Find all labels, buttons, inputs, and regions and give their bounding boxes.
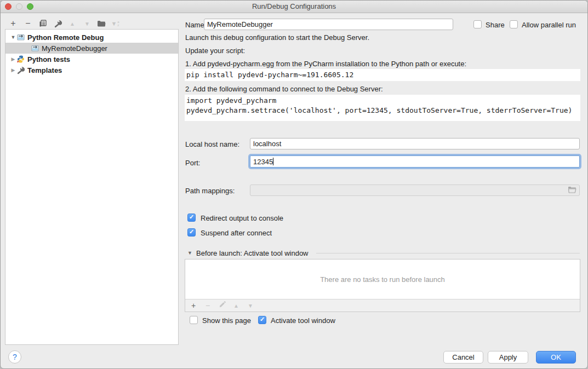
allow-parallel-run-checkbox[interactable] [510, 20, 518, 28]
before-launch-tasks-panel: There are no tasks to run before launch … [185, 259, 580, 312]
templates-wrench-icon [16, 66, 25, 74]
apply-button[interactable]: Apply [488, 351, 528, 364]
sort-alphabetically-icon: ▼az [110, 19, 120, 28]
add-configuration-icon[interactable]: + [8, 19, 18, 28]
share-label: Share [486, 21, 505, 29]
tree-item-myremotedebugger[interactable]: MyRemoteDebugger [5, 43, 178, 54]
tree-item-label: Python Remote Debug [27, 33, 104, 42]
expand-collapse-icon[interactable]: ▶ [10, 67, 16, 73]
before-launch-collapse-icon[interactable]: ▼ [187, 250, 192, 256]
edit-task-pencil-icon [218, 301, 226, 310]
copy-configuration-icon[interactable] [38, 19, 48, 28]
instruction-line-3: 1. Add pydevd-pycharm.egg from the PyCha… [185, 60, 466, 68]
cancel-button[interactable]: Cancel [443, 351, 483, 364]
show-this-page-checkbox[interactable] [190, 316, 198, 324]
remote-debug-config-icon [16, 33, 25, 42]
move-up-icon: ▲ [67, 19, 77, 28]
tree-item-label: Python tests [27, 55, 70, 64]
name-input[interactable] [204, 19, 453, 30]
remote-debug-config-icon [31, 44, 39, 53]
settrace-code-line-2: pydevd_pycharm.settrace('localhost', por… [186, 106, 572, 114]
tree-item-label: Templates [27, 66, 62, 74]
instruction-line-4: 2. Add the following command to connect … [185, 85, 383, 93]
add-task-icon[interactable]: + [190, 301, 197, 310]
path-mappings-label: Path mappings: [185, 187, 235, 195]
settrace-code: import pydevd_pycharmpydevd_pycharm.sett… [185, 95, 580, 121]
port-label: Port: [185, 159, 200, 167]
run-debug-configurations-dialog: Run/Debug Configurations + − ▲ ▼ ▼az ▼ P… [0, 0, 588, 369]
edit-defaults-wrench-icon[interactable] [53, 19, 62, 28]
activate-tool-window-checkbox[interactable] [258, 316, 266, 324]
expand-collapse-icon[interactable]: ▼ [10, 34, 16, 40]
help-button[interactable]: ? [8, 350, 21, 364]
tree-item-label: MyRemoteDebugger [42, 44, 107, 53]
instruction-line-1: Launch this debug configuration to start… [185, 33, 369, 42]
text-cursor [273, 158, 273, 165]
tasks-toolbar: + − ▲ ▼ [185, 299, 580, 312]
local-host-name-label: Local host name: [185, 140, 239, 148]
expand-collapse-icon[interactable]: ▶ [10, 56, 16, 62]
configurations-tree: ▼ Python Remote Debug MyRemoteDebugger ▶… [5, 29, 179, 345]
name-label: Name: [185, 21, 206, 29]
no-tasks-message: There are no tasks to run before launch [185, 260, 580, 299]
path-mappings-input[interactable] [250, 184, 580, 196]
python-tests-icon [16, 55, 25, 64]
share-checkbox[interactable] [473, 20, 482, 28]
show-this-page-label: Show this page [202, 316, 251, 325]
redirect-output-checkbox[interactable] [187, 214, 196, 222]
remove-configuration-icon[interactable]: − [23, 19, 33, 28]
move-task-up-icon: ▲ [232, 303, 240, 309]
ok-button[interactable]: OK [536, 351, 576, 364]
activate-tool-window-label: Activate tool window [271, 316, 335, 325]
before-launch-title: Before launch: Activate tool window [196, 249, 309, 257]
title-bar[interactable]: Run/Debug Configurations [1, 1, 587, 13]
before-launch-divider [316, 253, 580, 253]
window-title: Run/Debug Configurations [1, 2, 587, 10]
browse-folder-icon[interactable] [568, 186, 576, 195]
help-icon: ? [13, 353, 17, 361]
remove-task-icon: − [204, 301, 212, 310]
move-down-icon: ▼ [82, 19, 92, 28]
tree-item-python-tests[interactable]: ▶ Python tests [5, 54, 178, 65]
tree-item-templates[interactable]: ▶ Templates [5, 65, 178, 76]
create-folder-icon[interactable] [96, 19, 106, 28]
instruction-line-2: Update your script: [185, 47, 245, 55]
pip-install-code: pip install pydevd-pycharm~=191.6605.12 [185, 69, 580, 81]
local-host-name-input[interactable] [250, 138, 580, 149]
suspend-after-connect-checkbox[interactable] [187, 228, 196, 237]
settrace-code-line-1: import pydevd_pycharm [186, 96, 276, 105]
move-task-down-icon: ▼ [247, 303, 254, 309]
tree-item-python-remote-debug[interactable]: ▼ Python Remote Debug [5, 32, 178, 43]
redirect-output-label: Redirect output to console [201, 214, 283, 222]
port-input[interactable] [250, 155, 580, 168]
allow-parallel-run-label: Allow parallel run [522, 21, 576, 29]
suspend-after-connect-label: Suspend after connect [201, 229, 272, 237]
